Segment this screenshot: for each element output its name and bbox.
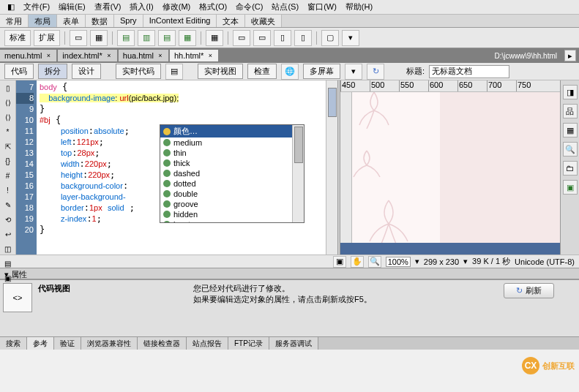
frame-button[interactable]: ▢ (321, 30, 339, 46)
scrollbar-thumb[interactable] (328, 88, 337, 117)
split-view-button[interactable]: 拆分 (38, 64, 67, 79)
spry-accordion-button[interactable]: ▤ (158, 30, 176, 46)
wrap-button[interactable]: ↩ (1, 228, 15, 241)
tab-reference[interactable]: 参考 (27, 337, 54, 350)
menu-window[interactable]: 窗口(W) (303, 0, 341, 14)
panel-expand-button[interactable]: ▸ (564, 50, 576, 61)
autocomplete-item[interactable]: thin (160, 148, 292, 158)
close-icon[interactable]: × (157, 52, 164, 59)
autocomplete-item[interactable]: dashed (160, 168, 292, 178)
visual-aids-button[interactable]: ▾ (345, 64, 362, 80)
col-left-button[interactable]: ▯ (274, 30, 291, 46)
doc-tab-index[interactable]: index.html*× (58, 50, 116, 61)
autocomplete-item[interactable]: medium (160, 137, 292, 148)
behaviors-panel-button[interactable]: 🔍 (563, 142, 578, 157)
design-canvas[interactable] (352, 92, 560, 243)
tag-inspector-panel-button[interactable]: ▦ (563, 123, 578, 137)
live-code-opts-button[interactable]: ▤ (165, 64, 183, 80)
tab-server-debug[interactable]: 服务器调试 (269, 337, 318, 350)
insert-tab-ice[interactable]: InContext Editing (143, 15, 217, 27)
auto-indent-button[interactable]: ⟲ (1, 214, 15, 227)
autocomplete-item[interactable]: inset (160, 219, 292, 222)
recent-snippets-button[interactable]: ▤ (1, 257, 15, 271)
doc-tab-hh[interactable]: hh.html*× (170, 50, 218, 61)
insert-tab-common[interactable]: 常用 (0, 15, 29, 27)
insert-div-button[interactable]: ▭ (70, 30, 87, 46)
div-bj[interactable] (440, 92, 560, 243)
autocomplete-item[interactable]: 颜色… (160, 125, 292, 137)
collapse-sel-button[interactable]: ⟨⟩ (1, 111, 15, 124)
expand-all-button[interactable]: * (1, 126, 15, 139)
table-button[interactable]: ▦ (206, 30, 223, 46)
menu-file[interactable]: 文件(F) (19, 0, 54, 14)
close-icon[interactable]: × (206, 52, 214, 59)
format-code-button[interactable]: ◫ (1, 243, 15, 256)
properties-header[interactable]: ▾ 属性 (0, 268, 579, 279)
tab-browser-compat[interactable]: 浏览器兼容性 (81, 337, 138, 350)
tab-link-checker[interactable]: 链接检查器 (138, 337, 187, 350)
inspect-button[interactable]: 检查 (247, 64, 277, 79)
menu-insert[interactable]: 插入(I) (125, 0, 157, 14)
col-right-button[interactable]: ▯ (294, 30, 312, 46)
zoom-select[interactable]: 100% (386, 257, 411, 267)
frame-dropdown[interactable]: ▾ (342, 30, 359, 46)
tab-ftp-log[interactable]: FTP记录 (228, 337, 269, 350)
chevron-down-icon[interactable]: ▾ (415, 257, 419, 266)
close-icon[interactable]: × (105, 52, 113, 59)
browser-preview-button[interactable]: 🌐 (281, 64, 299, 80)
tab-site-reports[interactable]: 站点报告 (187, 337, 228, 350)
open-docs-button[interactable]: ▯ (1, 82, 15, 95)
zoom-tool-button[interactable]: 🔍 (368, 256, 381, 268)
select-parent-button[interactable]: ⇱ (1, 140, 15, 154)
draw-apdiv-button[interactable]: ▦ (90, 30, 108, 46)
refresh-design-button[interactable]: ↻ (367, 64, 384, 80)
live-view-button[interactable]: 实时视图 (198, 64, 243, 79)
menu-view[interactable]: 查看(V) (90, 0, 126, 14)
syntax-color-button[interactable]: ✎ (1, 199, 15, 212)
line-numbers-button[interactable]: # (1, 170, 15, 183)
mode-standard-button[interactable]: 标准 (4, 30, 31, 46)
autocomplete-item[interactable]: double (160, 189, 292, 199)
row-above-button[interactable]: ▭ (233, 30, 250, 46)
autocomplete-item[interactable]: dotted (160, 178, 292, 189)
doc-tab-menu[interactable]: menu.html× (0, 50, 56, 61)
title-input[interactable] (429, 65, 509, 78)
highlight-invalid-button[interactable]: ! (1, 184, 15, 197)
doc-tab-hua[interactable]: hua.html× (119, 50, 168, 61)
menu-help[interactable]: 帮助(H) (341, 0, 377, 14)
scrollbar-thumb[interactable] (294, 127, 303, 163)
insert-tab-spry[interactable]: Spry (114, 15, 143, 27)
balance-braces-button[interactable]: {} (1, 155, 15, 168)
mode-expanded-button[interactable]: 扩展 (34, 30, 60, 46)
code-view-button[interactable]: 代码 (4, 64, 34, 79)
collapse-tag-button[interactable]: ⟨⟩ (1, 97, 15, 110)
select-tool-button[interactable]: ▣ (333, 256, 346, 268)
ap-elements-panel-button[interactable]: 品 (563, 104, 578, 118)
autocomplete-item[interactable]: thick (160, 158, 292, 168)
autocomplete-item[interactable]: hidden (160, 209, 292, 219)
insert-tab-fav[interactable]: 收藏夹 (245, 15, 282, 27)
autocomplete-item[interactable]: groove (160, 199, 292, 209)
menu-format[interactable]: 格式(O) (195, 0, 231, 14)
insert-tab-data[interactable]: 数据 (86, 15, 114, 27)
insert-tab-layout[interactable]: 布局 (29, 15, 57, 27)
insert-tab-forms[interactable]: 表单 (57, 15, 86, 27)
css-styles-panel-button[interactable]: ◨ (563, 85, 578, 99)
spry-menu-button[interactable]: ▤ (117, 30, 135, 46)
menu-commands[interactable]: 命令(C) (231, 0, 267, 14)
close-icon[interactable]: × (45, 52, 52, 59)
design-view-button[interactable]: 设计 (72, 64, 101, 79)
insert-tab-text[interactable]: 文本 (217, 15, 245, 27)
spry-collapse-button[interactable]: ▦ (179, 30, 196, 46)
tab-validate[interactable]: 验证 (54, 337, 81, 350)
chevron-down-icon[interactable]: ▾ (463, 257, 468, 266)
live-code-button[interactable]: 实时代码 (116, 64, 161, 79)
menu-edit[interactable]: 编辑(E) (54, 0, 90, 14)
menu-site[interactable]: 站点(S) (267, 0, 303, 14)
autocomplete-scrollbar[interactable] (292, 125, 304, 222)
menu-modify[interactable]: 修改(M) (158, 0, 195, 14)
refresh-button[interactable]: ↻刷新 (504, 283, 554, 298)
code-vscrollbar[interactable] (326, 80, 337, 255)
spry-tab-button[interactable]: ▥ (138, 30, 155, 46)
design-hscrollbar[interactable] (340, 243, 560, 255)
